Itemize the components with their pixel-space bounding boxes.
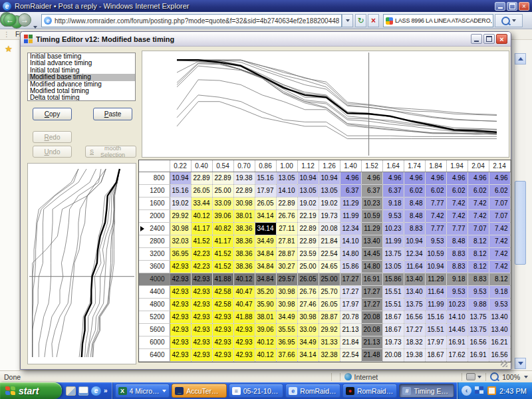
table-cell[interactable]: 12.34 <box>340 222 361 235</box>
table-cell[interactable]: 8.12 <box>467 235 489 247</box>
table-cell[interactable]: 35.20 <box>255 285 276 298</box>
table-cell[interactable]: 10.94 <box>404 235 425 247</box>
table-cell[interactable]: 28.87 <box>276 247 297 260</box>
table-cell[interactable]: 18.67 <box>382 311 404 323</box>
table-cell[interactable]: 10.59 <box>425 247 446 260</box>
table-cell[interactable]: 40.12 <box>255 336 276 348</box>
table-cell[interactable]: 18.67 <box>382 323 404 336</box>
table-cell[interactable]: 10.94 <box>297 172 319 184</box>
table-cell[interactable]: 7.42 <box>489 222 510 235</box>
table-cell[interactable]: 13.75 <box>404 298 425 311</box>
table-cell[interactable]: 41.17 <box>212 235 233 247</box>
table-cell[interactable]: 15.86 <box>382 273 404 285</box>
row-header[interactable]: 1200 <box>139 184 170 197</box>
messenger-icon[interactable] <box>487 386 496 395</box>
table-cell[interactable]: 38.36 <box>233 235 255 247</box>
table-cell[interactable]: 26.05 <box>255 197 276 209</box>
address-bar[interactable]: e http://www.romraider.com/forum/posting… <box>41 14 342 27</box>
table-cell[interactable]: 13.40 <box>404 273 425 285</box>
table-cell[interactable]: 11.99 <box>340 209 361 222</box>
table-cell[interactable]: 8.12 <box>489 273 510 285</box>
table-cell[interactable]: 35.90 <box>255 298 276 311</box>
table-cell[interactable]: 6.37 <box>382 184 404 197</box>
list-item[interactable]: Delta total timing <box>28 94 135 101</box>
taskbar-button[interactable]: eRomRaider •... <box>285 384 340 398</box>
table-cell[interactable]: 34.49 <box>276 311 297 323</box>
table-cell[interactable]: 29.57 <box>276 273 297 285</box>
table-cell[interactable]: 40.12 <box>255 348 276 361</box>
zoom-dropdown[interactable] <box>524 376 528 378</box>
table-cell[interactable]: 8.83 <box>446 260 467 273</box>
table-cell[interactable]: 17.27 <box>340 285 361 298</box>
search-box[interactable]: LASS 8996 LA LINEA ATASCADERO, CA 93422 <box>383 14 493 27</box>
table-cell[interactable]: 8.48 <box>404 197 425 209</box>
tray-collapse-icon[interactable]: ‹ <box>462 386 471 396</box>
column-header[interactable]: 1.52 <box>361 160 382 172</box>
table-cell[interactable]: 11.64 <box>404 260 425 273</box>
table-cell[interactable]: 25.00 <box>319 273 340 285</box>
table-cell[interactable]: 31.33 <box>319 336 340 348</box>
column-header[interactable]: 1.26 <box>319 160 340 172</box>
table-cell[interactable]: 19.73 <box>382 336 404 348</box>
table-cell[interactable]: 13.75 <box>467 323 489 336</box>
table-cell[interactable]: 42.93 <box>191 273 212 285</box>
table-cell[interactable]: 26.05 <box>191 184 212 197</box>
table-cell[interactable]: 10.94 <box>319 172 340 184</box>
table-cell[interactable]: 7.42 <box>446 197 467 209</box>
table-cell[interactable]: 11.64 <box>425 285 446 298</box>
table-cell[interactable]: 6.02 <box>425 184 446 197</box>
table-cell[interactable]: 7.42 <box>489 260 510 273</box>
table-cell[interactable]: 13.75 <box>467 311 489 323</box>
table-cell[interactable]: 12.34 <box>404 247 425 260</box>
table-cell[interactable]: 42.58 <box>212 298 233 311</box>
column-header[interactable]: 2.14 <box>489 160 510 172</box>
dialog-maximize-button[interactable] <box>483 34 495 44</box>
table-cell[interactable]: 41.52 <box>191 235 212 247</box>
table-cell[interactable]: 11.29 <box>340 197 361 209</box>
scroll-down-button[interactable] <box>515 358 526 369</box>
status-zoom-level[interactable]: 100% <box>502 373 520 381</box>
table-cell[interactable]: 6.37 <box>340 184 361 197</box>
table-cell[interactable]: 6.02 <box>446 184 467 197</box>
table-cell[interactable]: 22.89 <box>297 235 319 247</box>
table-cell[interactable]: 21.13 <box>361 336 382 348</box>
column-header[interactable]: 0.70 <box>233 160 255 172</box>
table-cell[interactable]: 40.47 <box>233 285 255 298</box>
table-cell[interactable]: 22.89 <box>191 172 212 184</box>
table-cell[interactable]: 34.14 <box>255 222 276 235</box>
table-cell[interactable]: 7.42 <box>467 209 489 222</box>
table-cell[interactable]: 34.84 <box>255 247 276 260</box>
table-cell[interactable]: 42.93 <box>170 311 191 323</box>
column-header[interactable]: 0.22 <box>170 160 191 172</box>
table-cell[interactable]: 4.96 <box>425 172 446 184</box>
table-cell[interactable]: 7.77 <box>425 222 446 235</box>
column-header[interactable]: 1.84 <box>425 160 446 172</box>
column-header[interactable]: 1.64 <box>382 160 404 172</box>
table-cell[interactable]: 19.02 <box>297 197 319 209</box>
table-cell[interactable]: 19.02 <box>170 197 191 209</box>
browser-titlebar[interactable]: e RomRaider • Post a reply - Windows Int… <box>0 0 532 12</box>
taskbar-button[interactable]: X4 Microsoft.... <box>115 384 170 398</box>
table-cell[interactable]: 42.93 <box>212 348 233 361</box>
redo-button[interactable]: Redo <box>33 131 72 143</box>
table-cell[interactable]: 7.42 <box>489 235 510 247</box>
table-cell[interactable]: 10.23 <box>446 298 467 311</box>
table-cell[interactable]: 9.18 <box>446 273 467 285</box>
table-cell[interactable]: 30.98 <box>276 298 297 311</box>
row-header[interactable]: 1600 <box>139 197 170 209</box>
dialog-minimize-button[interactable] <box>471 34 482 44</box>
table-cell[interactable]: 14.10 <box>276 184 297 197</box>
row-header[interactable]: 4800 <box>139 298 170 311</box>
table-cell[interactable]: 11.99 <box>382 235 404 247</box>
table-cell[interactable]: 7.07 <box>489 209 510 222</box>
quick-launch-overflow[interactable]: » <box>104 387 108 394</box>
table-cell[interactable]: 16.56 <box>467 336 489 348</box>
table-cell[interactable]: 7.42 <box>489 247 510 260</box>
table-cell[interactable]: 17.97 <box>425 336 446 348</box>
table-cell[interactable]: 42.93 <box>212 311 233 323</box>
table-cell[interactable]: 9.18 <box>489 285 510 298</box>
table-cell[interactable]: 8.83 <box>467 273 489 285</box>
table-cell[interactable]: 15.51 <box>382 285 404 298</box>
row-header[interactable]: 3600 <box>139 260 170 273</box>
table-cell[interactable]: 42.93 <box>191 323 212 336</box>
